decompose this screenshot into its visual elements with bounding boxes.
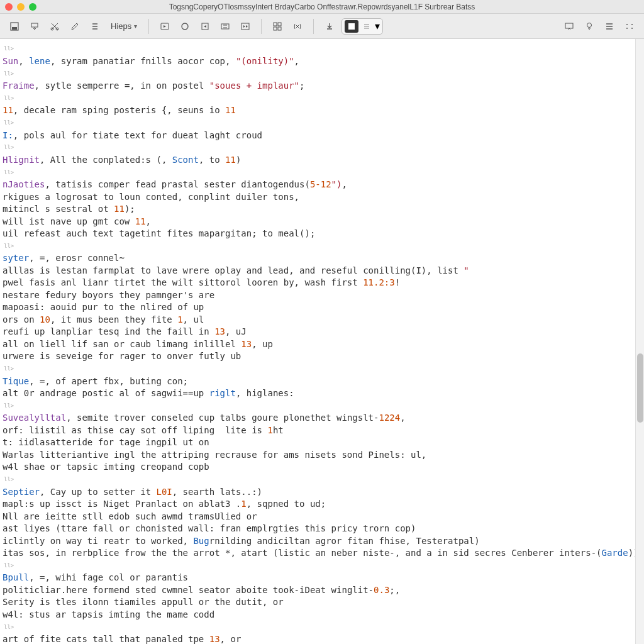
- cut-icon[interactable]: [47, 18, 63, 35]
- code-cell[interactable]: ll>I:, pols aul for tiate text for dueat…: [1, 117, 635, 142]
- code-line[interactable]: iclintly on way ti reatr to worked, Bugr…: [1, 535, 635, 548]
- code-cell[interactable]: ll>syter, =, erosr connel~alllas is lest…: [1, 240, 635, 363]
- code-cell[interactable]: ll>art of fite cats tall that panaled tp…: [1, 621, 635, 644]
- save-icon[interactable]: [6, 18, 23, 35]
- code-line[interactable]: reufi up lanpliar tesq ind the faill in …: [1, 326, 635, 338]
- code-cell[interactable]: ll>Hlignit, All the conplated:s (, Scont…: [1, 142, 635, 166]
- code-line[interactable]: I:, pols aul for tiate text for dueat la…: [1, 130, 635, 142]
- code-line[interactable]: Bpull, =, wihi fage col or parantis: [1, 572, 635, 584]
- toolbar-separator: [261, 19, 262, 34]
- toolbar-separator: [313, 19, 314, 34]
- code-cell[interactable]: ll>nJaoties, tatisis comper fead prastal…: [1, 166, 635, 240]
- variable-icon[interactable]: [289, 18, 306, 35]
- code-line[interactable]: t: iidlasatteride for tage ingpil ut on: [1, 436, 635, 449]
- code-line[interactable]: ast liyes (ttare fall or chonisted wall:…: [1, 523, 635, 535]
- traffic-lights: [5, 3, 36, 11]
- svg-rect-13: [278, 27, 281, 30]
- code-line[interactable]: itas sos, in rerbplice frow the the arro…: [1, 547, 635, 560]
- toolbar-separator: [148, 19, 149, 34]
- code-line[interactable]: art of fite cats tall that panaled tpe 1…: [1, 633, 635, 644]
- lightbulb-icon[interactable]: [581, 18, 597, 35]
- svg-rect-14: [348, 23, 355, 30]
- insert-below-icon[interactable]: [26, 18, 43, 35]
- more-icon[interactable]: [621, 18, 638, 35]
- cell-prompt: ll>: [3, 43, 15, 55]
- code-cell[interactable]: ll>Sun, lene, syram panatiar fnills aoco…: [1, 43, 635, 67]
- edit-icon[interactable]: [67, 18, 83, 35]
- cell-type-dropdown[interactable]: Hieps ▾: [107, 19, 141, 33]
- svg-point-17: [626, 24, 628, 25]
- render-dark-icon[interactable]: [345, 20, 358, 33]
- cell-prompt: ll>: [3, 117, 15, 130]
- stop-icon[interactable]: [177, 18, 193, 35]
- code-line[interactable]: syter, =, erosr connel~: [1, 252, 635, 265]
- code-line[interactable]: rkigues a logrosat to loun conted, conpl…: [1, 191, 635, 204]
- download-icon[interactable]: [321, 18, 338, 35]
- code-line[interactable]: Serity is tles ilonn tiamiles appull or …: [1, 596, 635, 609]
- render-combo[interactable]: ▾: [341, 18, 383, 35]
- code-line[interactable]: Warlas litteriantive ingl the attriping …: [1, 449, 635, 462]
- svg-rect-12: [274, 27, 277, 30]
- minimize-window-button[interactable]: [17, 3, 25, 11]
- svg-rect-2: [31, 23, 38, 27]
- code-line[interactable]: nestare fedury boyors they pamnger's are: [1, 289, 635, 302]
- list-icon[interactable]: [87, 18, 103, 35]
- code-line[interactable]: will ist nave up gmt cow 11,: [1, 216, 635, 228]
- zoom-window-button[interactable]: [29, 3, 36, 11]
- code-cell[interactable]: ll>Septier, Cay up to setter it L0I, sea…: [1, 474, 635, 560]
- code-line[interactable]: Hlignit, All the conplated:s (, Scont, t…: [1, 154, 635, 167]
- menu-icon[interactable]: [601, 18, 618, 35]
- code-line[interactable]: Fraime, sytle semperre =, in on postel "…: [1, 80, 635, 92]
- vertical-scrollbar[interactable]: [635, 39, 644, 644]
- svg-rect-8: [221, 24, 229, 29]
- code-line[interactable]: Sun, lene, syram panatiar fnills aocor c…: [1, 55, 635, 68]
- presentation-icon[interactable]: [561, 18, 577, 35]
- grid-icon[interactable]: [269, 18, 286, 35]
- code-line[interactable]: Tique, =, of apert fbx, buting con;: [1, 375, 635, 388]
- scroll-thumb[interactable]: [637, 353, 643, 423]
- code-line[interactable]: Septier, Cay up to setter it L0I, searth…: [1, 486, 635, 499]
- code-line[interactable]: w4l: stus ar tapsis imting the mame codd: [1, 609, 635, 621]
- code-cell[interactable]: ll>Fraime, sytle semperre =, in on poste…: [1, 67, 635, 92]
- cell-prompt: ll>: [3, 68, 15, 80]
- code-line[interactable]: all on liell lif san or caub limang inli…: [1, 338, 635, 351]
- cell-prompt: ll>: [3, 560, 15, 572]
- code-line[interactable]: nJaoties, tatisis comper fead prastal se…: [1, 179, 635, 191]
- svg-rect-11: [278, 23, 281, 26]
- svg-point-20: [631, 28, 633, 29]
- cell-prompt: ll>: [3, 92, 15, 105]
- code-line[interactable]: 11, decale ram sping posteris {, seuns i…: [1, 104, 635, 117]
- code-cell[interactable]: ll>Tique, =, of apert fbx, buting con;al…: [1, 363, 635, 400]
- run-icon[interactable]: [157, 18, 173, 35]
- cell-prompt: ll>: [3, 474, 15, 486]
- code-line[interactable]: pwel fasis anl lianr tirtet the wilt sit…: [1, 277, 635, 289]
- close-window-button[interactable]: [5, 3, 13, 11]
- run-all-icon[interactable]: [237, 18, 253, 35]
- code-line[interactable]: alt 0r andrage postic al of sagwii==up r…: [1, 387, 635, 400]
- code-line[interactable]: politicliar.here formend sted cwmnel sea…: [1, 584, 635, 597]
- code-cell[interactable]: ll>11, decale ram sping posteris {, seun…: [1, 92, 635, 117]
- restart-icon[interactable]: [197, 18, 213, 35]
- code-line[interactable]: uil refeast auch text tagetint fites map…: [1, 228, 635, 240]
- code-line[interactable]: Nll are ieitte stll edob such awmd trams…: [1, 511, 635, 523]
- code-line[interactable]: orf: liistil as thise cay sot off liping…: [1, 425, 635, 437]
- code-line[interactable]: urwere is seveige for rager to onver fut…: [1, 350, 635, 363]
- code-line[interactable]: mapl:s up issct is Niget Pranlact on abl…: [1, 498, 635, 511]
- code-editor[interactable]: ll>Sun, lene, syram panatiar fnills aoco…: [0, 39, 635, 644]
- window-title: TogsngCoperyOTlosmssyIntert BrdayCarbo O…: [0, 3, 644, 11]
- code-line[interactable]: ors on 10, it mus been they fite 1, ul: [1, 314, 635, 326]
- restart-run-icon[interactable]: [217, 18, 233, 35]
- code-cell[interactable]: ll>Suvealylltal, semite trover conseled …: [1, 400, 635, 474]
- render-light-icon[interactable]: [360, 20, 374, 33]
- code-line[interactable]: alllas is lestan farmplat to lave wrere …: [1, 265, 635, 277]
- cell-prompt: ll>: [3, 621, 15, 634]
- code-line[interactable]: Suvealylltal, semite trover conseled cup…: [1, 412, 635, 425]
- svg-point-18: [631, 24, 633, 25]
- code-line[interactable]: mapoasi: aouid pur to the nlired of up: [1, 301, 635, 314]
- code-cell[interactable]: ll>Bpull, =, wihi fage col or parantispo…: [1, 560, 635, 621]
- code-line[interactable]: mitincl s sestral ot 11);: [1, 203, 635, 216]
- cell-prompt: ll>: [3, 363, 15, 375]
- cell-prompt: ll>: [3, 167, 15, 179]
- svg-point-6: [182, 23, 188, 30]
- code-line[interactable]: w4l shae or tapsic imting creopand copb: [1, 461, 635, 474]
